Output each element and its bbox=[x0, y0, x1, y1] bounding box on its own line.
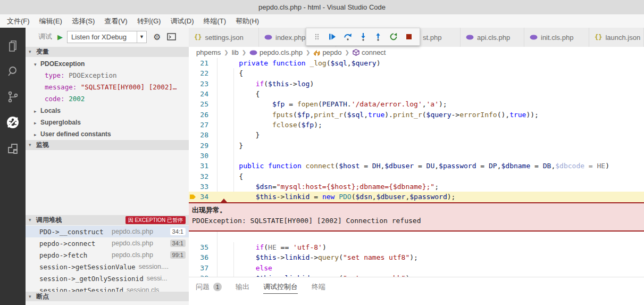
chevron-down-icon: ▼ bbox=[137, 31, 146, 43]
menu-item[interactable]: 查看(V) bbox=[99, 14, 132, 28]
braces-icon: {} bbox=[194, 34, 202, 41]
variables-tree: ▾PDOExceptiontype: PDOExceptionmessage: … bbox=[26, 58, 189, 140]
breakpoints-section-header[interactable]: ▾ 断点 bbox=[26, 292, 189, 301]
breadcrumb-item[interactable]: phpems bbox=[196, 48, 221, 56]
twistie-icon: ▾ bbox=[34, 59, 40, 70]
explorer-icon[interactable] bbox=[0, 33, 26, 59]
code-text: { bbox=[222, 69, 243, 77]
line-number: 25 bbox=[189, 99, 208, 109]
start-debug-icon[interactable]: ▶ bbox=[57, 33, 63, 41]
debug-config-select[interactable]: Listen for XDebug ▼ bbox=[67, 31, 147, 43]
stack-frame[interactable]: pepdo->connectpepdo.cls.php34:1 bbox=[26, 237, 189, 249]
menu-item[interactable]: 选择(S) bbox=[67, 14, 99, 28]
code-line: 21 private function _log($sql,$query) bbox=[189, 58, 644, 68]
exception-message: PDOException: SQLSTATE[HY000] [2002] Con… bbox=[192, 217, 644, 225]
tab-init.cls.php[interactable]: init.cls.php bbox=[524, 28, 589, 47]
code-line: 32 { bbox=[189, 171, 644, 182]
stack-frame[interactable]: pepdo->fetchpepdo.cls.php99:1 bbox=[26, 249, 189, 261]
code-text: $this->linkid = new PDO($dsn,$dbuser,$pa… bbox=[222, 193, 455, 201]
step-over-button[interactable] bbox=[340, 29, 355, 44]
code-line: 30 bbox=[189, 151, 644, 161]
breadcrumb-item[interactable]: lib bbox=[232, 48, 239, 56]
menu-item[interactable]: 调试(D) bbox=[165, 14, 198, 28]
line-number: 38 bbox=[189, 273, 208, 277]
drag-handle[interactable] bbox=[310, 29, 325, 44]
breadcrumb-label: lib bbox=[232, 48, 239, 56]
continue-button[interactable] bbox=[325, 29, 340, 44]
class-icon bbox=[313, 50, 320, 56]
variable-exception-row[interactable]: ▾PDOException bbox=[26, 58, 189, 70]
panel-tab-调试控制台[interactable]: 调试控制台 bbox=[263, 280, 298, 294]
panel-tabs: 问题1输出调试控制台终端 bbox=[189, 279, 644, 295]
tab-label: settings.json bbox=[205, 34, 243, 42]
callstack-section-header[interactable]: ▾ 调用堆栈 因 EXCEPTION 已暂停 bbox=[26, 215, 189, 225]
php-icon bbox=[466, 34, 474, 40]
search-icon[interactable] bbox=[0, 59, 26, 84]
breadcrumb-label: pepdo.cls.php bbox=[260, 48, 303, 56]
line-number: 33 bbox=[189, 182, 208, 192]
frame-position-badge: 34:1 bbox=[170, 240, 186, 247]
stack-frame[interactable]: session->_getOnlySessionidsessi... bbox=[26, 273, 189, 284]
code-line: 22 { bbox=[189, 68, 644, 78]
breadcrumb-item[interactable]: pepdo bbox=[313, 48, 341, 56]
chevron-right-icon: ❯ bbox=[306, 50, 310, 55]
braces-icon: {} bbox=[595, 34, 602, 41]
step-into-button[interactable] bbox=[355, 29, 371, 44]
chevron-right-icon: ❯ bbox=[242, 50, 246, 55]
source-control-icon[interactable] bbox=[0, 84, 26, 110]
extensions-icon[interactable] bbox=[0, 136, 26, 162]
breadcrumb-item[interactable]: pepdo.cls.php bbox=[249, 48, 303, 56]
menu-item[interactable]: 终端(T) bbox=[198, 14, 231, 28]
line-number: 29 bbox=[189, 141, 208, 151]
open-console-icon[interactable] bbox=[167, 33, 176, 40]
breadcrumb-label: pepdo bbox=[322, 48, 341, 56]
menu-item[interactable]: 帮助(H) bbox=[231, 14, 264, 28]
gear-icon[interactable]: ⚙ bbox=[153, 32, 161, 42]
frame-file: session.... bbox=[139, 263, 169, 270]
menu-item[interactable]: 编辑(E) bbox=[35, 14, 67, 28]
variable-row[interactable]: type: PDOException bbox=[26, 70, 189, 81]
variable-group-row[interactable]: ▸Locals bbox=[26, 105, 189, 117]
variable-value: "SQLSTATE[HY000] [2002]… bbox=[81, 83, 177, 91]
twistie-icon: ▾ bbox=[29, 215, 31, 225]
panel-tab-问题[interactable]: 问题1 bbox=[196, 280, 222, 294]
menu-item[interactable]: 转到(G) bbox=[132, 14, 166, 28]
debug-config-name: Listen for XDebug bbox=[68, 33, 137, 41]
panel-tab-label: 调试控制台 bbox=[263, 282, 298, 292]
stop-button[interactable] bbox=[401, 29, 416, 44]
panel-tab-输出[interactable]: 输出 bbox=[236, 280, 249, 294]
restart-button[interactable] bbox=[386, 29, 402, 44]
variable-row[interactable]: message: "SQLSTATE[HY000] [2002]… bbox=[26, 81, 189, 93]
code-line: 37 else bbox=[189, 263, 644, 273]
tab-api.cls.php[interactable]: api.cls.php bbox=[461, 28, 524, 47]
variables-section-header[interactable]: ▾ 变量 bbox=[26, 47, 189, 57]
code-text: private function _log($sql,$query) bbox=[222, 59, 380, 67]
variable-row[interactable]: code: 2002 bbox=[26, 93, 189, 105]
line-number: 22 bbox=[189, 68, 208, 78]
code-line: 36 $this->linkid->query("set names utf8"… bbox=[189, 252, 644, 262]
tab-settings.json[interactable]: {}settings.json bbox=[189, 28, 259, 47]
code-editor[interactable]: 21 private function _log($sql,$query)22 … bbox=[189, 58, 644, 277]
editor-area: {}settings.jsonindex.phpst.phpapi.cls.ph… bbox=[189, 28, 644, 305]
stack-frame[interactable]: PDO->__constructpepdo.cls.php34:1 bbox=[26, 226, 189, 237]
debug-icon[interactable] bbox=[0, 110, 26, 135]
code-text: fputs($fp,print_r($sql,true).print_r($qu… bbox=[222, 111, 539, 119]
tab-launch.json[interactable]: {}launch.json bbox=[589, 28, 644, 47]
debug-toolbar bbox=[306, 28, 420, 46]
variable-key: type: bbox=[45, 71, 69, 79]
frame-file: pepdo.cls.php bbox=[112, 240, 153, 247]
panel-tab-终端[interactable]: 终端 bbox=[312, 280, 325, 294]
step-out-button[interactable] bbox=[371, 29, 386, 44]
variable-group-label: Superglobals bbox=[40, 119, 81, 126]
code-text: } bbox=[222, 131, 260, 139]
twistie-icon: ▸ bbox=[34, 117, 40, 128]
variable-group-row[interactable]: ▸User defined constants bbox=[26, 128, 189, 140]
menu-item[interactable]: 文件(F) bbox=[2, 14, 35, 28]
stack-frame[interactable]: session->getSessionValuesession.... bbox=[26, 261, 189, 273]
code-text: { bbox=[222, 172, 243, 180]
watch-section-header[interactable]: ▾ 监视 bbox=[26, 140, 189, 150]
stack-frame[interactable]: session->getSessionIdsession.cls bbox=[26, 284, 189, 292]
code-text: $dsn="mysql:host={$host};dbname={$dbname… bbox=[222, 183, 439, 191]
breadcrumb-item[interactable]: connect bbox=[353, 48, 386, 56]
variable-group-row[interactable]: ▸Superglobals bbox=[26, 117, 189, 128]
